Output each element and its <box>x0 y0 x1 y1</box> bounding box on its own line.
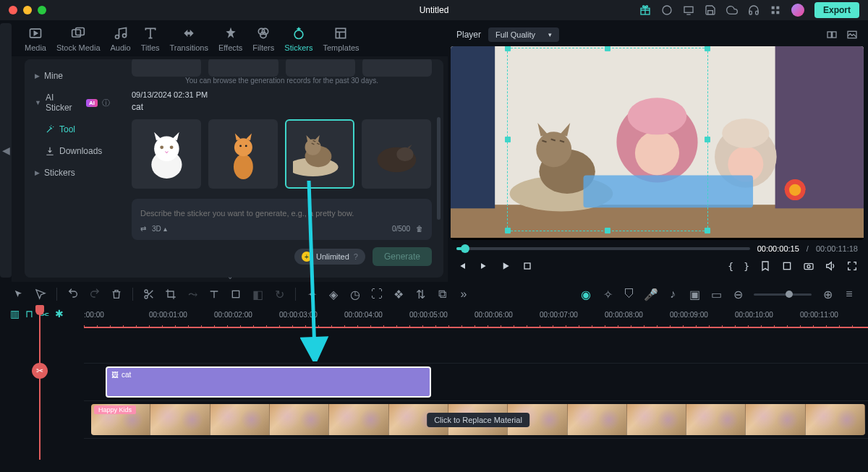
shield-icon[interactable]: ⛉ <box>624 288 635 300</box>
crop-icon[interactable] <box>165 288 176 300</box>
compare-view-icon[interactable] <box>826 29 838 40</box>
tab-effects[interactable]: Effects <box>218 26 242 56</box>
mask-tool-icon[interactable] <box>230 288 242 300</box>
timer-icon[interactable]: ◷ <box>349 288 361 300</box>
refresh-tool-icon[interactable]: ↻ <box>273 288 285 300</box>
maximize-window[interactable] <box>38 6 46 14</box>
generate-button[interactable]: Generate <box>373 247 432 266</box>
crop-preview-icon[interactable] <box>781 260 793 272</box>
selection-tool-icon[interactable] <box>35 288 46 300</box>
playhead[interactable] <box>39 306 41 460</box>
collapse-left-icon[interactable]: ◀ <box>0 23 12 278</box>
volume-icon[interactable] <box>825 260 836 272</box>
sticker-clip[interactable]: 🖼cat <box>106 366 431 398</box>
tab-media[interactable]: Media <box>25 26 46 56</box>
quality-select[interactable]: Full Quality▾ <box>488 27 559 42</box>
minimize-window[interactable] <box>23 6 32 14</box>
sidebar-mine[interactable]: ▶Mine <box>25 65 120 87</box>
record-icon[interactable] <box>661 4 673 16</box>
sidebar-ai-sticker[interactable]: ▼AI StickerAIⓘ <box>25 87 120 119</box>
tab-titles[interactable]: Titles <box>141 26 160 56</box>
avatar[interactable] <box>791 4 804 17</box>
video-clip[interactable]: Happy Kids Click to Replace Material <box>91 404 865 435</box>
style-mode-select[interactable]: 3D ▴ <box>152 225 167 233</box>
ai-tool-icon[interactable]: ◉ <box>580 288 592 300</box>
sticker-result-1[interactable] <box>132 119 201 189</box>
effects-tool-icon[interactable]: ✦ <box>306 288 318 300</box>
group-icon[interactable]: ▣ <box>689 288 700 300</box>
mic-icon[interactable]: 🎤 <box>645 288 657 300</box>
zoom-out-icon[interactable]: ⊖ <box>732 288 744 300</box>
tab-audio[interactable]: Audio <box>111 26 131 56</box>
unlimited-badge[interactable]: +Unlimited? <box>294 249 365 265</box>
tab-stock-media[interactable]: Stock Media <box>56 26 101 56</box>
prev-gen-thumb-2[interactable] <box>208 59 278 77</box>
link-tool-icon[interactable]: ⧉ <box>436 288 448 300</box>
track-video-2: ▣ 2 🔒 🔈 👁 Video 2 🖼cat <box>84 363 868 400</box>
marker-tool-icon[interactable]: ▭ <box>710 288 722 300</box>
sticker-result-2[interactable] <box>208 119 278 189</box>
undo-icon[interactable] <box>67 288 79 300</box>
prev-gen-thumb-4[interactable] <box>362 59 432 77</box>
shuffle-icon[interactable]: ⇄ <box>140 225 146 233</box>
speed-tool-icon[interactable]: ⤳ <box>187 288 198 300</box>
scrub-bar[interactable] <box>456 247 750 250</box>
stop-icon[interactable] <box>522 260 533 272</box>
settings-tool-icon[interactable]: ⇅ <box>414 288 426 300</box>
next-frame-icon[interactable] <box>478 260 490 272</box>
delete-prompt-icon[interactable]: 🗑 <box>416 225 423 233</box>
sidebar-tool[interactable]: Tool <box>25 119 120 140</box>
more-tools-icon[interactable]: » <box>458 288 469 300</box>
sidebar-downloads[interactable]: Downloads <box>25 140 120 162</box>
pointer-tool-icon[interactable] <box>13 288 25 300</box>
cloud-icon[interactable] <box>726 4 738 16</box>
adjust-icon[interactable]: ❖ <box>393 288 404 300</box>
display-icon[interactable] <box>683 4 694 16</box>
color-tool-icon[interactable]: ◧ <box>252 288 263 300</box>
image-icon[interactable] <box>846 29 858 40</box>
svg-rect-55 <box>804 264 813 270</box>
marker-icon[interactable] <box>760 260 771 272</box>
fullscreen-icon[interactable] <box>846 260 858 272</box>
delete-icon[interactable] <box>111 288 122 300</box>
list-view-icon[interactable]: ≡ <box>843 288 855 300</box>
export-button[interactable]: Export <box>814 2 859 18</box>
preview-viewport[interactable] <box>451 46 864 240</box>
sticker-result-3-selected[interactable] <box>285 119 354 189</box>
prev-gen-thumb-3[interactable] <box>286 59 355 77</box>
play-icon[interactable] <box>500 260 511 272</box>
scissors-icon[interactable] <box>143 288 155 300</box>
gift-icon[interactable] <box>639 4 651 16</box>
magnet-icon[interactable]: ⊓ <box>25 308 33 319</box>
marker-timeline-icon[interactable]: ✱ <box>55 308 64 319</box>
headphones-icon[interactable] <box>748 4 760 16</box>
sticker-prompt-input[interactable] <box>140 209 423 218</box>
tab-filters[interactable]: Filters <box>252 26 274 56</box>
scissors-marker[interactable]: ✂ <box>32 363 48 379</box>
sparkle-tool-icon[interactable]: ✧ <box>602 288 613 300</box>
keyframe-icon[interactable]: ◈ <box>328 288 339 300</box>
sidebar-stickers[interactable]: ▶Stickers <box>25 162 120 184</box>
apps-icon[interactable] <box>770 4 781 16</box>
close-window[interactable] <box>9 6 17 14</box>
prev-frame-icon[interactable] <box>456 260 468 272</box>
sticker-result-4[interactable] <box>362 119 431 189</box>
snapshot-icon[interactable] <box>803 260 814 272</box>
panel-scrollbar[interactable] <box>437 117 441 220</box>
prev-gen-thumb-1[interactable] <box>132 59 201 77</box>
tab-templates[interactable]: Templates <box>323 26 359 56</box>
text-tool-icon[interactable] <box>208 288 220 300</box>
panel-resize-chevron[interactable]: ⌄ <box>227 273 233 280</box>
zoom-in-icon[interactable]: ⊕ <box>822 288 833 300</box>
save-icon[interactable] <box>705 4 716 16</box>
brace-close-icon[interactable]: } <box>744 261 749 272</box>
timeline-ruler[interactable]: :00:0000:00:01:0000:00:02:0000:00:03:000… <box>84 306 868 328</box>
auto-reframe-icon[interactable]: ⛶ <box>371 288 383 300</box>
tab-stickers[interactable]: Stickers <box>284 26 312 56</box>
music-tool-icon[interactable]: ♪ <box>667 288 678 300</box>
brace-open-icon[interactable]: { <box>728 261 733 272</box>
timeline-filter-icon[interactable]: ▥ <box>10 308 20 319</box>
redo-icon[interactable] <box>89 288 101 300</box>
zoom-slider[interactable] <box>754 293 812 296</box>
tab-transitions[interactable]: Transitions <box>170 26 208 56</box>
